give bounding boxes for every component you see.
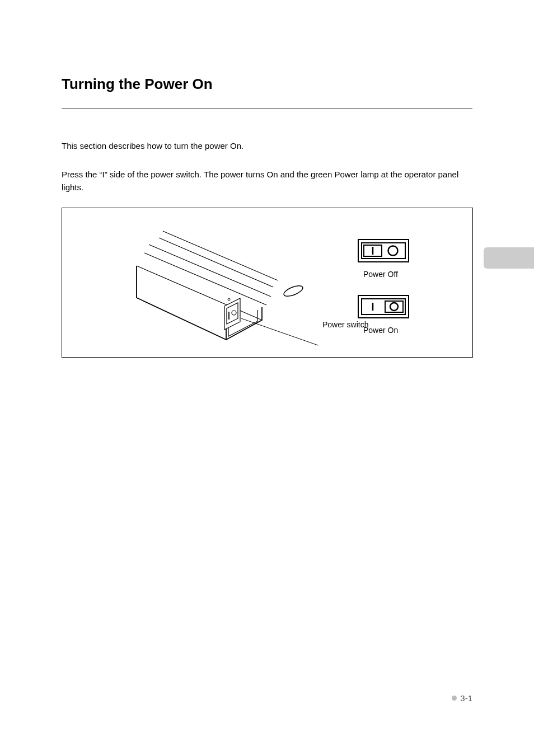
page-number: 3-1 — [452, 693, 472, 703]
device-illustration — [132, 228, 322, 351]
svg-line-3 — [144, 253, 266, 305]
section-heading: Turning the Power On — [62, 76, 472, 93]
power-on-label: Power On — [363, 326, 398, 335]
page-number-text: 3-1 — [460, 693, 472, 703]
figure-container: Power switch Power Off Power On — [62, 208, 473, 358]
svg-point-7 — [283, 284, 305, 298]
svg-line-13 — [241, 318, 318, 345]
svg-line-2 — [149, 245, 271, 297]
svg-line-1 — [159, 238, 273, 287]
power-off-label: Power Off — [363, 270, 398, 279]
section-tab — [484, 247, 534, 269]
power-on-switch-icon — [358, 295, 409, 318]
power-switch-label: Power switch — [322, 320, 368, 329]
svg-line-0 — [163, 231, 278, 280]
instruction-paragraph: Press the “I” side of the power switch. … — [62, 168, 472, 194]
intro-paragraph: This section describes how to turn the p… — [62, 140, 472, 152]
heading-underline — [62, 109, 472, 109]
power-off-switch-icon — [358, 239, 409, 262]
svg-point-12 — [228, 298, 230, 300]
page-bullet-icon — [452, 696, 457, 701]
